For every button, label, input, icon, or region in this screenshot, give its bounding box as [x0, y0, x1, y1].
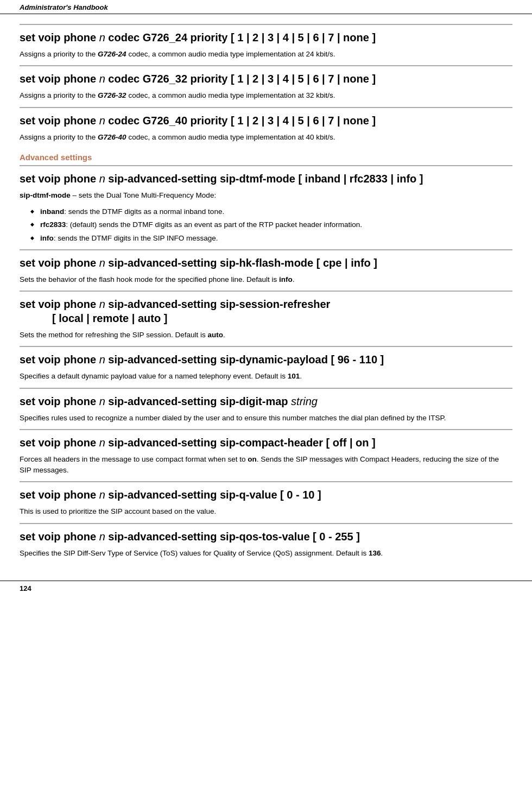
section-hk-flash-mode: set voip phone n sip-advanced-setting si… — [20, 249, 512, 285]
section-title-digit-map: set voip phone n sip-advanced-setting si… — [20, 394, 512, 408]
section-desc-dtmf-mode: sip-dtmf-mode – sets the Dual Tone Multi… — [20, 190, 512, 201]
section-title-qos-tos: set voip phone n sip-advanced-setting si… — [20, 529, 512, 544]
page-header: Administrator's Handbook — [0, 0, 532, 14]
section-desc-session-refresher: Sets the method for refreshing the SIP s… — [20, 330, 512, 341]
section-compact-header: set voip phone n sip-advanced-setting si… — [20, 429, 512, 476]
section-session-refresher: set voip phone n sip-advanced-setting si… — [20, 291, 512, 341]
section-title-g726-32: set voip phone n codec G726_32 priority … — [20, 72, 512, 86]
section-desc-g726-32: Assigns a priority to the G726-32 codec,… — [20, 90, 512, 101]
bullet-list-dtmf-mode: inband: sends the DTMF digits as a norma… — [20, 206, 512, 244]
section-desc-qos-tos: Specifies the SIP Diff-Serv Type of Serv… — [20, 548, 512, 559]
section-title-g726-24: set voip phone n codec G726_24 priority … — [20, 30, 512, 45]
section-title-dynamic-payload: set voip phone n sip-advanced-setting si… — [20, 352, 512, 367]
section-desc-hk-flash-mode: Sets the behavior of the flash hook mode… — [20, 274, 512, 285]
section-desc-g726-40: Assigns a priority to the G726-40 codec,… — [20, 132, 512, 143]
page-number: 124 — [20, 584, 31, 592]
section-dynamic-payload: set voip phone n sip-advanced-setting si… — [20, 346, 512, 382]
section-desc-compact-header: Forces all headers in the message to use… — [20, 454, 512, 476]
section-desc-g726-24: Assigns a priority to the G726-24 codec,… — [20, 49, 512, 60]
section-desc-dynamic-payload: Specifies a default dynamic payload valu… — [20, 371, 512, 382]
section-digit-map: set voip phone n sip-advanced-setting si… — [20, 388, 512, 424]
section-q-value: set voip phone n sip-advanced-setting si… — [20, 481, 512, 517]
bullet-info: info: sends the DTMF digits in the SIP I… — [30, 233, 512, 244]
bullet-rfc2833: rfc2833: (default) sends the DTMF digits… — [30, 219, 512, 230]
section-g726-24: set voip phone n codec G726_24 priority … — [20, 24, 512, 60]
section-dtmf-mode: set voip phone n sip-advanced-setting si… — [20, 165, 512, 244]
section-title-q-value: set voip phone n sip-advanced-setting si… — [20, 488, 512, 502]
section-title-hk-flash-mode: set voip phone n sip-advanced-setting si… — [20, 256, 512, 270]
page-content: set voip phone n codec G726_24 priority … — [0, 14, 532, 581]
section-title-dtmf-mode: set voip phone n sip-advanced-setting si… — [20, 172, 512, 186]
section-g726-32: set voip phone n codec G726_32 priority … — [20, 65, 512, 101]
section-desc-digit-map: Specifies rules used to recognize a numb… — [20, 413, 512, 424]
section-title-session-refresher: set voip phone n sip-advanced-setting si… — [20, 297, 512, 325]
section-title-g726-40: set voip phone n codec G726_40 priority … — [20, 114, 512, 128]
section-title-compact-header: set voip phone n sip-advanced-setting si… — [20, 436, 512, 450]
section-desc-q-value: This is used to prioritize the SIP accou… — [20, 506, 512, 517]
bullet-inband: inband: sends the DTMF digits as a norma… — [30, 206, 512, 217]
advanced-settings-heading: Advanced settings — [20, 153, 512, 162]
section-qos-tos: set voip phone n sip-advanced-setting si… — [20, 523, 512, 559]
section-g726-40: set voip phone n codec G726_40 priority … — [20, 107, 512, 143]
page-footer: 124 — [0, 581, 532, 596]
header-title: Administrator's Handbook — [20, 3, 108, 11]
